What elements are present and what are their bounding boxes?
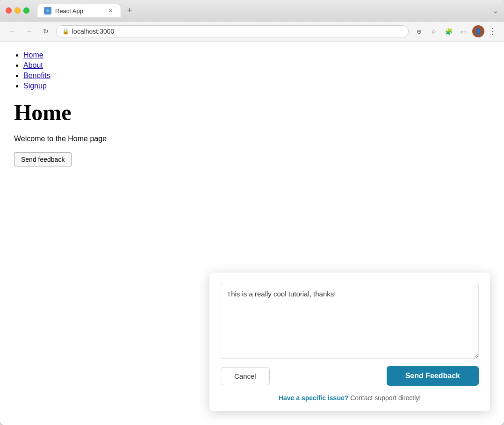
send-feedback-button[interactable]: Send feedback bbox=[14, 152, 72, 166]
nav-item-signup: Signup bbox=[23, 82, 490, 90]
address-input-wrapper: 🔒 bbox=[56, 25, 409, 37]
feedback-panel: This is a really cool tutorial, thanks! … bbox=[209, 273, 490, 411]
active-tab[interactable]: ⚛ React App ✕ bbox=[37, 4, 121, 17]
maximize-button[interactable] bbox=[23, 7, 29, 14]
address-actions: ⊕ ☆ 🧩 ▭ 👤 ⋮ bbox=[412, 24, 498, 38]
send-feedback-submit-button[interactable]: Send Feedback bbox=[387, 366, 479, 386]
new-tab-button[interactable]: + bbox=[123, 4, 136, 17]
tab-favicon-icon: ⚛ bbox=[44, 7, 51, 14]
forward-button[interactable]: → bbox=[22, 25, 36, 38]
menu-button[interactable]: ⋮ bbox=[486, 24, 498, 38]
traffic-lights bbox=[6, 7, 29, 14]
nav-link-home[interactable]: Home bbox=[23, 51, 43, 59]
nav-item-home: Home bbox=[23, 51, 490, 59]
back-button[interactable]: ← bbox=[6, 25, 19, 38]
browser-window: ⚛ React App ✕ + ⌄ ← → ↻ 🔒 ⊕ ☆ 🧩 ▭ 👤 ⋮ bbox=[0, 0, 504, 425]
address-bar: ← → ↻ 🔒 ⊕ ☆ 🧩 ▭ 👤 ⋮ bbox=[0, 22, 504, 42]
lock-icon: 🔒 bbox=[62, 28, 69, 35]
nav-link-signup[interactable]: Signup bbox=[23, 82, 47, 90]
tab-close-icon[interactable]: ✕ bbox=[107, 7, 114, 14]
page-content: Home About Benefits Signup Home Welcome … bbox=[0, 42, 504, 425]
nav-link-benefits[interactable]: Benefits bbox=[23, 72, 50, 79]
cancel-button[interactable]: Cancel bbox=[221, 367, 270, 385]
close-button[interactable] bbox=[6, 7, 12, 14]
bookmark-icon[interactable]: ☆ bbox=[427, 25, 440, 38]
nav-list: Home About Benefits Signup bbox=[14, 51, 490, 90]
welcome-text: Welcome to the Home page bbox=[14, 135, 490, 143]
page-heading: Home bbox=[14, 100, 490, 125]
tab-bar: ⚛ React App ✕ + ⌄ bbox=[37, 4, 498, 17]
zoom-icon[interactable]: ⊕ bbox=[412, 25, 425, 38]
tab-expand-icon[interactable]: ⌄ bbox=[493, 7, 498, 14]
title-bar: ⚛ React App ✕ + ⌄ bbox=[0, 0, 504, 22]
nav-item-about: About bbox=[23, 61, 490, 70]
main-nav: Home About Benefits Signup bbox=[14, 51, 490, 90]
tab-title: React App bbox=[55, 7, 83, 14]
nav-link-about[interactable]: About bbox=[23, 61, 43, 69]
profile-avatar[interactable]: 👤 bbox=[472, 25, 484, 37]
feedback-textarea[interactable]: This is a really cool tutorial, thanks! bbox=[221, 284, 479, 359]
support-regular-text: Contact support directly! bbox=[348, 394, 421, 402]
feedback-actions: Cancel Send Feedback bbox=[221, 366, 479, 386]
support-text: Have a specific issue? Contact support d… bbox=[221, 394, 479, 402]
reload-button[interactable]: ↻ bbox=[39, 25, 52, 38]
nav-item-benefits: Benefits bbox=[23, 72, 490, 80]
extensions-icon[interactable]: 🧩 bbox=[442, 25, 455, 38]
support-link[interactable]: Have a specific issue? bbox=[279, 394, 348, 402]
address-input[interactable] bbox=[72, 28, 403, 35]
cast-icon[interactable]: ▭ bbox=[457, 25, 470, 38]
minimize-button[interactable] bbox=[14, 7, 21, 14]
